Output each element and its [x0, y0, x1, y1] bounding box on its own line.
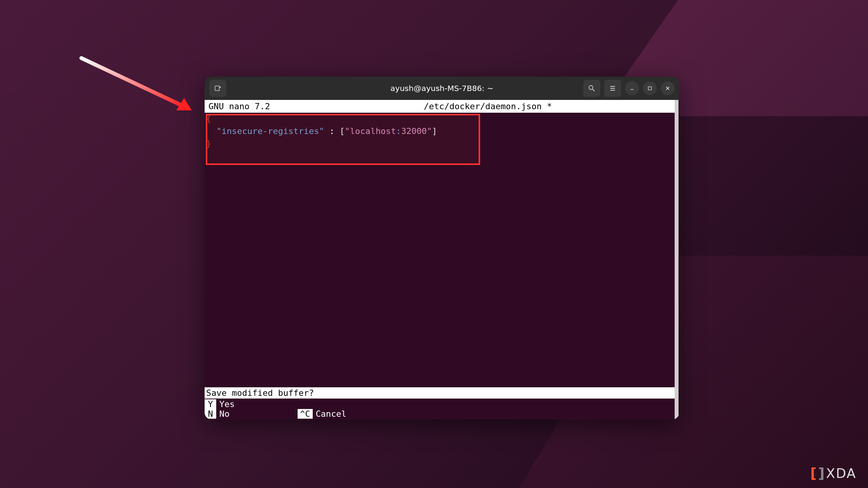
terminal-main-area[interactable]: GNU nano 7.2 /etc/docker/daemon.json * {…	[205, 100, 675, 419]
code-bracket: [	[339, 126, 344, 136]
close-icon	[665, 86, 670, 91]
nano-option-no[interactable]: N No	[205, 409, 298, 419]
menu-button[interactable]	[604, 80, 621, 97]
maximize-icon	[647, 86, 653, 91]
new-tab-button[interactable]	[209, 80, 226, 97]
terminal-content: GNU nano 7.2 /etc/docker/daemon.json * {…	[205, 100, 679, 419]
search-icon	[588, 85, 595, 92]
terminal-window: ayush@ayush-MS-7B86: ~	[205, 77, 679, 419]
nano-key-yes: Y	[205, 399, 216, 409]
code-brace-close: }	[206, 139, 211, 148]
nano-footer: Save modified buffer? Y Yes N No	[205, 387, 675, 419]
minimize-icon	[629, 86, 635, 91]
code-bracket-close: ]	[432, 126, 437, 136]
xda-bracket-left: [	[810, 465, 816, 481]
nano-key-cancel: ^C	[298, 409, 313, 419]
window-title: ayush@ayush-MS-7B86: ~	[391, 84, 494, 93]
nano-app-name: GNU nano 7.2	[208, 101, 270, 111]
code-string-host: "localhost	[345, 126, 396, 136]
nano-editor-area[interactable]: { "insecure-registries" : ["localhost:32…	[205, 113, 675, 150]
code-string-port: 32000"	[401, 126, 432, 136]
svg-line-6	[592, 89, 594, 91]
xda-text: XDA	[826, 466, 856, 481]
nano-prompt: Save modified buffer?	[205, 387, 675, 399]
svg-rect-2	[215, 86, 219, 91]
nano-key-no: N	[205, 409, 216, 419]
close-button[interactable]	[661, 81, 675, 95]
xda-bracket-right: ]	[818, 465, 824, 481]
nano-option-yes[interactable]: Y Yes	[205, 399, 298, 409]
code-brace-open: {	[206, 114, 211, 124]
nano-options: Y Yes N No ^C Cancel	[205, 399, 675, 419]
new-tab-icon	[214, 84, 222, 92]
xda-watermark: [ ] XDA	[810, 465, 856, 481]
code-json-key: "insecure-registries"	[217, 126, 324, 136]
svg-line-0	[81, 58, 184, 107]
maximize-button[interactable]	[643, 81, 657, 95]
window-titlebar: ayush@ayush-MS-7B86: ~	[205, 77, 679, 100]
nano-label-no: No	[219, 409, 230, 419]
nano-label-yes: Yes	[219, 399, 235, 409]
nano-label-cancel: Cancel	[316, 409, 346, 419]
nano-header-bar: GNU nano 7.2 /etc/docker/daemon.json *	[205, 100, 675, 113]
hamburger-icon	[609, 85, 616, 92]
annotation-arrow	[76, 52, 200, 124]
search-button[interactable]	[583, 80, 600, 97]
nano-file-path: /etc/docker/daemon.json *	[270, 101, 671, 111]
nano-option-cancel[interactable]: ^C Cancel	[298, 409, 391, 419]
svg-rect-11	[648, 87, 651, 90]
terminal-scrollbar[interactable]	[675, 100, 679, 419]
minimize-button[interactable]	[625, 81, 639, 95]
